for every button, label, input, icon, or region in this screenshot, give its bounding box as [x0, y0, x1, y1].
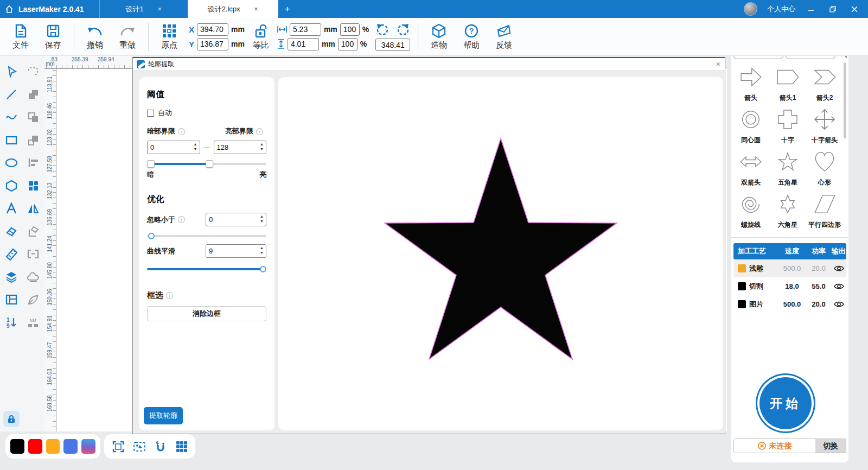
info-icon[interactable]: i	[178, 216, 185, 223]
y-input[interactable]	[197, 38, 228, 50]
shape-arrow[interactable]: 箭头	[732, 62, 769, 104]
spin-down-icon[interactable]: ▼	[260, 219, 264, 224]
maximize-button[interactable]	[827, 3, 839, 15]
tile-group-tool[interactable]	[22, 179, 44, 193]
dark-handle[interactable]	[147, 160, 155, 168]
start-button[interactable]: 开始	[757, 375, 814, 431]
rotate-cw-icon[interactable]	[396, 22, 410, 36]
save-button[interactable]: 保存	[37, 23, 69, 50]
height-percent-input[interactable]	[338, 38, 358, 50]
spin-up-icon[interactable]: ▲	[260, 142, 264, 147]
home-icon[interactable]	[0, 5, 18, 14]
ignore-slider[interactable]	[147, 232, 266, 240]
shape-concentric[interactable]: 同心圆	[732, 104, 769, 147]
shape-parallelogram[interactable]: 平行四边形	[806, 189, 843, 231]
text-tool[interactable]	[1, 201, 22, 215]
info-icon[interactable]: i	[178, 128, 185, 135]
spin-down-icon[interactable]: ▼	[260, 147, 264, 151]
frame-icon[interactable]	[110, 439, 126, 455]
auto-checkbox[interactable]	[147, 110, 154, 117]
rectangle-tool[interactable]	[1, 133, 22, 147]
align-tool[interactable]	[22, 156, 44, 170]
spin-down-icon[interactable]: ▼	[194, 147, 197, 151]
bright-limit-spinner[interactable]: ▲▼	[214, 141, 267, 154]
subtract-tool[interactable]	[22, 133, 44, 147]
rotate-ccw-icon[interactable]	[375, 22, 390, 36]
preview-area[interactable]	[278, 77, 723, 430]
marquee-select-tool[interactable]	[22, 65, 44, 79]
user-center-link[interactable]: 个人中心	[767, 4, 795, 14]
magnet-icon[interactable]	[152, 439, 169, 455]
file-button[interactable]: 文件	[4, 23, 37, 50]
palette-blue[interactable]	[63, 439, 78, 454]
shape-star6[interactable]: 六角星	[769, 189, 806, 231]
shape-arrow2[interactable]: 箭头2	[806, 62, 843, 104]
visibility-eye-icon[interactable]	[831, 283, 846, 290]
redo-button[interactable]: 重做	[111, 23, 144, 50]
switch-device-button[interactable]: 切换	[815, 439, 846, 453]
spin-up-icon[interactable]: ▲	[194, 142, 197, 147]
mirror-tool[interactable]	[22, 201, 44, 215]
process-row-engrave[interactable]: 浅雕 500.0 20.0	[733, 259, 846, 277]
lock-button[interactable]	[3, 411, 20, 427]
bright-handle[interactable]	[206, 160, 213, 168]
spin-up-icon[interactable]: ▲	[260, 214, 264, 219]
ignore-spinner[interactable]: ▲▼	[206, 213, 266, 226]
ignore-input[interactable]	[209, 214, 250, 225]
line-tool[interactable]	[1, 87, 22, 101]
smooth-spinner[interactable]: ▲▼	[206, 244, 266, 258]
width-percent-input[interactable]	[340, 23, 360, 36]
create-button[interactable]: 造物	[423, 23, 455, 50]
polygon-tool[interactable]	[1, 179, 22, 193]
minimize-button[interactable]	[805, 3, 817, 15]
help-button[interactable]: ? 帮助	[455, 23, 488, 50]
undo-button[interactable]: 撤销	[79, 23, 111, 50]
palette-black[interactable]	[10, 439, 24, 454]
smooth-handle[interactable]	[260, 266, 266, 272]
layer-color-swatch[interactable]	[738, 264, 746, 272]
intersect-tool[interactable]	[22, 110, 44, 124]
shape-arrow1[interactable]: 箭头1	[769, 62, 806, 104]
spin-down-icon[interactable]: ▼	[260, 251, 264, 255]
spin-up-icon[interactable]: ▲	[260, 246, 264, 250]
select-region-icon[interactable]	[131, 439, 148, 455]
x-input[interactable]	[197, 23, 228, 36]
shape-spiral[interactable]: 螺旋线	[732, 189, 769, 231]
shape-star5[interactable]: 五角星	[769, 147, 806, 189]
measure-tool[interactable]	[1, 247, 22, 261]
shape-cross-arrow[interactable]: 十字箭头	[806, 104, 843, 147]
close-tab-icon[interactable]: ×	[158, 5, 162, 13]
dialog-close-icon[interactable]: ×	[716, 60, 720, 68]
dialog-titlebar[interactable]: 轮廓提取 ×	[133, 58, 725, 71]
break-apart-tool[interactable]	[22, 315, 44, 329]
origin-button[interactable]: 原点	[153, 23, 186, 50]
threshold-range-slider[interactable]	[147, 160, 266, 168]
tab-design1[interactable]: 设计1 ×	[100, 0, 188, 18]
palette-gradient[interactable]	[81, 439, 95, 454]
shape-heart[interactable]: 心形	[806, 147, 843, 189]
palette-red[interactable]	[28, 439, 42, 454]
extract-contour-button[interactable]: 提取轮廓	[144, 407, 183, 424]
eraser-tool[interactable]	[1, 224, 22, 238]
layer-color-swatch[interactable]	[738, 282, 746, 290]
layers-tool[interactable]	[1, 270, 22, 284]
shape-double-arrow[interactable]: 双箭头	[732, 147, 769, 189]
dark-limit-input[interactable]	[150, 142, 191, 153]
select-tool[interactable]	[1, 65, 22, 79]
bright-limit-input[interactable]	[217, 142, 258, 153]
node-edit-tool[interactable]	[22, 224, 44, 238]
info-icon[interactable]: i	[256, 128, 263, 135]
curve-tool[interactable]	[1, 110, 22, 124]
cloud-tool[interactable]	[22, 270, 44, 284]
process-row-cut[interactable]: 切割 18.0 55.0	[733, 277, 846, 295]
process-row-image[interactable]: 图片 500.0 20.0	[733, 295, 846, 313]
width-input[interactable]	[290, 23, 321, 36]
visibility-eye-icon[interactable]	[831, 265, 846, 272]
close-button[interactable]	[848, 3, 860, 15]
new-tab-button[interactable]: +	[278, 4, 297, 15]
union-tool[interactable]	[22, 87, 44, 101]
dark-limit-spinner[interactable]: ▲▼	[147, 141, 200, 154]
aspect-ratio-lock-button[interactable]: 等比	[248, 23, 274, 50]
visibility-eye-icon[interactable]	[831, 301, 846, 308]
tab-design2[interactable]: 设计2.lcpx ×	[188, 0, 278, 18]
